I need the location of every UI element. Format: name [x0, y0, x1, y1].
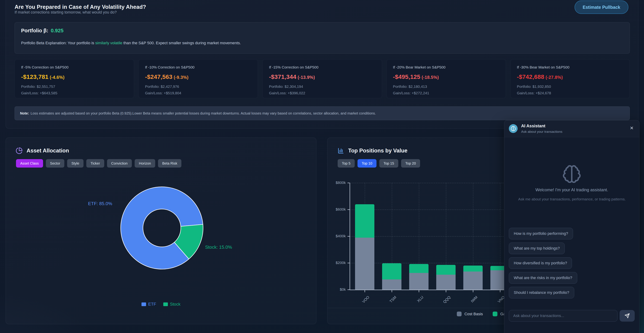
pie-chart-icon	[16, 147, 23, 154]
beta-explanation-suffix: than the S&P 500. Expect smaller swings …	[122, 41, 241, 45]
ai-description-text: Ask me about your transactions, performa…	[516, 196, 627, 202]
tab-style[interactable]: Style	[67, 159, 83, 168]
loss-percent: (-27.8%)	[544, 75, 563, 80]
ai-assistant-title: AI Assistant	[521, 123, 546, 128]
brain-icon	[510, 126, 516, 131]
tab-sector[interactable]: Sector	[46, 159, 64, 168]
scenario-title: If -20% Bear Market on S&P500	[393, 65, 499, 69]
loss-amount: -$742,688	[517, 73, 544, 80]
scenario-card: If -15% Correction on S&P500-$371,344 (-…	[262, 59, 382, 98]
x-tick-label-qqq: QQQ	[442, 295, 451, 304]
scenario-portfolio-value: Portfolio: $1,932,850	[517, 84, 623, 89]
correction-scenario-row: If -5% Correction on S&P500-$123,781 (-4…	[14, 59, 630, 98]
scenario-title: If -5% Correction on S&P500	[21, 65, 128, 69]
loss-percent: (-9.3%)	[172, 75, 188, 80]
estimate-pullback-button[interactable]: Estimate Pullback	[574, 0, 628, 14]
x-tick	[392, 290, 392, 292]
ai-assistant-panel: AI Assistant Ask about your transactions…	[504, 120, 640, 333]
scenario-title: If -15% Correction on S&P500	[269, 65, 375, 69]
legend-swatch	[142, 303, 146, 306]
bar-cost-basis-qqq[interactable]	[436, 275, 456, 290]
ai-assistant-avatar	[509, 124, 518, 133]
x-tick	[500, 290, 500, 292]
legend-label: Stock	[170, 302, 180, 307]
loss-percent: (-13.9%)	[296, 75, 315, 80]
scenario-loss-value: -$742,688 (-27.8%)	[517, 73, 623, 80]
tab-asset-class[interactable]: Asset Class	[16, 159, 43, 168]
tab-conviction[interactable]: Conviction	[107, 159, 132, 168]
x-tick	[446, 290, 446, 292]
bar-cost-basis-voo[interactable]	[355, 238, 374, 290]
bar-cost-basis-xlu[interactable]	[409, 273, 428, 290]
legend-swatch	[493, 312, 498, 316]
ai-suggestion-should-i-rebalance-my-portfolio[interactable]: Should I rebalance my portfolio?	[509, 287, 574, 298]
asset-allocation-panel: Asset Allocation Asset ClassSectorStyleT…	[6, 137, 316, 324]
scenario-card: If -5% Correction on S&P500-$123,781 (-4…	[14, 59, 134, 98]
bar-cost-basis-iwm[interactable]	[463, 272, 483, 290]
x-tick-label-xlu: XLU	[416, 295, 424, 303]
tab-beta-risk[interactable]: Beta Risk	[158, 159, 182, 168]
legend-swatch	[163, 303, 168, 306]
page-subtitle: If market corrections starting tomorrow,…	[14, 10, 117, 14]
ai-suggestion-what-are-my-top-holdings[interactable]: What are my top holdings?	[509, 243, 565, 254]
tab-ticker[interactable]: Ticker	[86, 159, 104, 168]
x-tick	[419, 290, 419, 292]
ai-suggestion-list: How is my portfolio performing?What are …	[509, 228, 577, 298]
scenario-portfolio-value: Portfolio: $2,427,976	[145, 84, 251, 89]
loss-percent: (-18.5%)	[420, 75, 439, 80]
ai-suggestion-how-is-my-portfolio-performing[interactable]: How is my portfolio performing?	[509, 228, 573, 239]
beta-explanation-highlight: similarly volatile	[95, 41, 122, 45]
x-tick-label-voo: VOO	[361, 295, 370, 304]
scenario-portfolio-value: Portfolio: $2,180,413	[393, 84, 499, 89]
beta-explanation-prefix: Portfolio Beta Explanation: Your portfol…	[21, 41, 95, 45]
portfolio-beta-value: 0.925	[51, 28, 64, 33]
legend-item-etf: ETF	[142, 302, 156, 307]
portfolio-beta-line: Portfolio β:0.925	[21, 28, 64, 33]
donut-svg	[119, 185, 204, 271]
close-icon[interactable]: ✕	[629, 125, 635, 131]
scenario-loss-value: -$123,781 (-4.6%)	[21, 73, 128, 80]
y-tick	[348, 183, 350, 183]
scenario-gain-loss: Gain/Loss: +$396,022	[269, 91, 375, 95]
asset-allocation-title: Asset Allocation	[26, 148, 69, 154]
y-tick-label: $800k	[328, 181, 346, 185]
scenario-loss-value: -$247,563 (-9.3%)	[145, 73, 251, 80]
send-button[interactable]	[620, 310, 635, 322]
bar-gain-xlu[interactable]	[409, 264, 428, 273]
scenario-gain-loss: Gain/Loss: +$272,241	[393, 91, 499, 95]
x-tick-label-tsm: TSM	[389, 295, 397, 304]
scenario-title: If -30% Bear Market on S&P500	[517, 65, 623, 69]
page-title: Are You Prepared in Case of Any Volatili…	[14, 4, 146, 10]
asset-allocation-tabs: Asset ClassSectorStyleTickerConvictionHo…	[16, 159, 182, 168]
note-text: Loss estimates are adjusted based on you…	[30, 111, 376, 115]
loss-amount: -$247,563	[145, 73, 172, 80]
bar-gain-voo[interactable]	[355, 204, 374, 238]
loss-amount: -$371,344	[269, 73, 296, 80]
y-tick	[348, 236, 350, 237]
scenario-portfolio-value: Portfolio: $2,551,757	[21, 84, 128, 89]
scenario-gain-loss: Gain/Loss: +$24,678	[517, 91, 623, 95]
loss-amount: -$123,781	[21, 73, 48, 80]
ai-chat-input[interactable]	[509, 310, 618, 322]
tab-horizon[interactable]: Horizon	[135, 159, 155, 168]
loss-percent: (-4.6%)	[48, 75, 64, 80]
ai-suggestion-what-are-the-risks-in-my-portfolio[interactable]: What are the risks in my portfolio?	[509, 272, 577, 284]
y-tick-label: $400k	[328, 234, 346, 238]
scenario-gain-loss: Gain/Loss: +$519,804	[145, 91, 251, 95]
legend-label: Cost Basis	[464, 312, 483, 316]
ai-suggestion-how-diversified-is-my-portfolio[interactable]: How diversified is my portfolio?	[509, 257, 572, 269]
bar-gain-qqq[interactable]	[436, 265, 456, 275]
asset-allocation-legend: ETFStock	[6, 302, 316, 307]
y-tick	[348, 263, 350, 263]
bar-gain-iwm[interactable]	[463, 266, 483, 272]
send-icon	[624, 313, 630, 319]
asset-allocation-donut-chart	[119, 185, 204, 271]
scenario-title: If -10% Correction on S&P500	[145, 65, 251, 69]
donut-label-etf: ETF: 85.0%	[88, 201, 112, 206]
scenario-gain-loss: Gain/Loss: +$643,585	[21, 91, 128, 95]
y-tick	[348, 209, 350, 210]
bar-cost-basis-tsm[interactable]	[382, 280, 402, 290]
legend-item-cost-basis: Cost Basis	[457, 312, 483, 316]
scenario-card: If -30% Bear Market on S&P500-$742,688 (…	[510, 59, 630, 98]
bar-gain-tsm[interactable]	[382, 263, 402, 280]
